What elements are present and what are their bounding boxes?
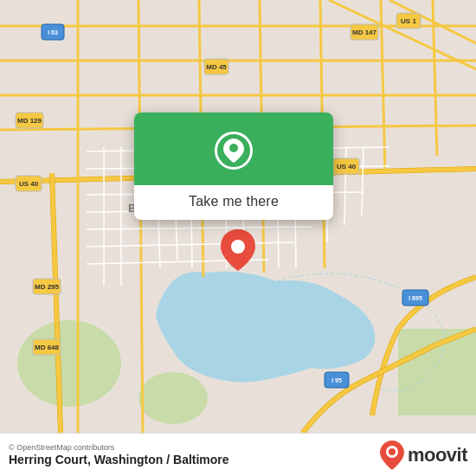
svg-text:MD 129: MD 129 — [17, 117, 42, 125]
osm-attribution: © OpenStreetMap contributors — [9, 443, 229, 452]
footer-left: © OpenStreetMap contributors Herring Cou… — [9, 443, 229, 466]
svg-point-2 — [138, 372, 208, 424]
moovit-brand-text: moovit — [408, 444, 467, 466]
svg-text:MD 295: MD 295 — [35, 283, 60, 291]
svg-text:US 40: US 40 — [337, 163, 357, 170]
svg-text:MD 648: MD 648 — [35, 344, 60, 351]
svg-point-65 — [389, 448, 396, 455]
svg-text:MD 147: MD 147 — [352, 29, 377, 36]
map-container: I 63 US 1 MD 147 MD 45 MD 2 MD 129 US 40… — [0, 0, 476, 433]
svg-point-62 — [231, 240, 245, 254]
moovit-pin-icon — [380, 441, 404, 470]
pin-icon — [215, 132, 253, 170]
moovit-logo: moovit — [380, 441, 467, 470]
svg-text:I 895: I 895 — [408, 295, 422, 301]
take-me-there-button[interactable]: Take me there — [189, 194, 279, 209]
location-title: Herring Court, Washington / Baltimore — [9, 453, 229, 466]
popup-bottom-area: Take me there — [134, 185, 333, 220]
popup-top-area — [134, 113, 333, 185]
svg-point-63 — [229, 144, 238, 152]
footer-bar: © OpenStreetMap contributors Herring Cou… — [0, 433, 476, 476]
svg-text:MD 45: MD 45 — [206, 63, 227, 71]
svg-text:I 63: I 63 — [48, 29, 58, 35]
svg-point-1 — [17, 320, 121, 407]
svg-text:I 95: I 95 — [331, 377, 342, 383]
svg-text:US 1: US 1 — [401, 17, 416, 25]
popup-card: Take me there — [134, 113, 333, 220]
svg-text:US 40: US 40 — [19, 180, 39, 188]
